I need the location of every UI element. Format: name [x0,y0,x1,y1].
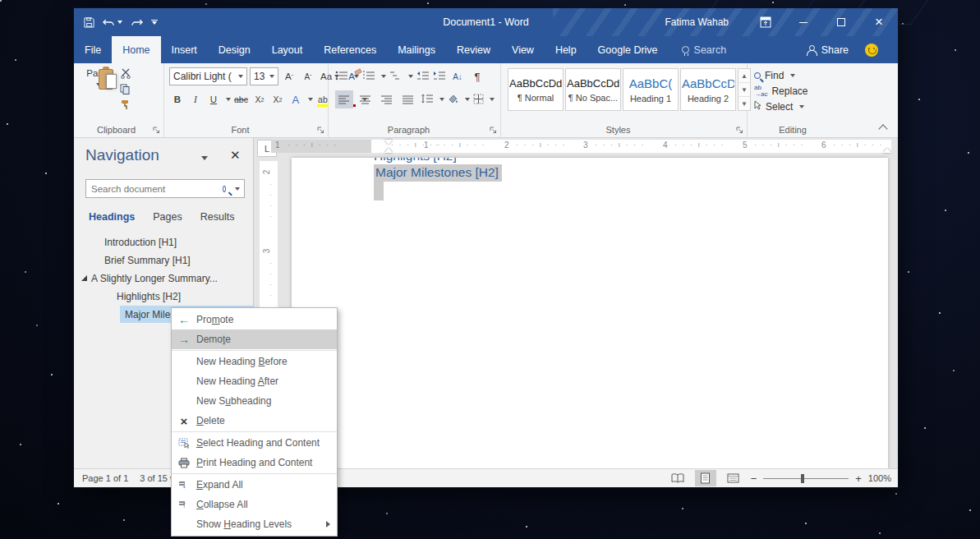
multilevel-list-button[interactable] [389,71,403,82]
bold-button[interactable]: B [169,90,186,108]
borders-button[interactable] [473,94,484,106]
read-mode-button[interactable] [667,470,688,486]
underline-caret[interactable] [226,98,231,101]
menu-item-show-heading-levels[interactable]: Show Heading Levels [172,514,337,534]
subscript-button[interactable]: X2 [251,90,268,108]
styles-dialog-launcher[interactable] [736,127,744,135]
bullets-caret[interactable] [354,75,359,78]
justify-button[interactable] [399,90,417,108]
tab-design[interactable]: Design [208,36,261,63]
style-normal[interactable]: AaBbCcDd ¶ Normal [508,68,564,111]
borders-caret[interactable] [490,98,495,101]
web-layout-button[interactable] [723,470,744,486]
navigation-search-box[interactable] [85,179,245,198]
multilevel-caret[interactable] [408,75,413,78]
menu-item-select-heading-and-content[interactable]: Select Heading and Content [172,433,337,453]
select-button[interactable]: Select [748,99,807,114]
text-effects-button[interactable]: A [288,90,304,108]
line-spacing-caret[interactable] [439,98,444,101]
format-painter-button[interactable] [120,99,131,112]
nav-tab-pages[interactable]: Pages [153,211,182,223]
paste-button[interactable]: Paste [81,68,117,122]
save-button[interactable] [84,17,94,28]
ribbon-display-options-button[interactable] [747,8,784,36]
heading-item-highlights[interactable]: Highlights [H2] [74,288,253,305]
nav-tab-results[interactable]: Results [200,211,235,223]
line-spacing-button[interactable] [421,94,434,105]
replace-button[interactable]: ab→ac Replace [748,83,807,99]
search-magnifier-icon[interactable] [223,186,226,192]
numbering-caret[interactable] [381,75,386,78]
clipboard-dialog-launcher[interactable] [153,127,161,135]
menu-item-demote[interactable]: → Demote [172,329,337,349]
text-effects-caret[interactable] [308,98,313,101]
menu-item-new-heading-after[interactable]: New Heading After [172,371,337,391]
menu-item-new-heading-before[interactable]: New Heading Before [172,352,337,371]
bullets-button[interactable] [335,71,348,82]
tab-help[interactable]: Help [545,36,587,63]
zoom-in-button[interactable]: + [855,472,862,485]
menu-item-collapse-all[interactable]: ↑ Collapse All [172,495,337,514]
copy-button[interactable] [120,84,131,96]
tab-view[interactable]: View [501,36,545,63]
selected-heading-text[interactable]: Major Milestones [H2] [374,164,502,182]
tab-file[interactable]: File [74,36,112,63]
tell-me-search[interactable]: Search [682,36,727,63]
underline-button[interactable]: U [205,90,222,108]
collapse-ribbon-icon[interactable] [878,124,887,133]
minimize-button[interactable] [784,8,822,36]
print-layout-button[interactable] [695,470,716,486]
navigation-close-icon[interactable]: ✕ [230,148,241,163]
heading-item-longer-summary[interactable]: A Slightly Longer Summary... [74,270,253,287]
find-button[interactable]: Find [748,67,807,83]
tab-references[interactable]: References [313,36,387,63]
tab-review[interactable]: Review [446,36,501,63]
document-page[interactable]: Highlights [H2] Major Milestones [H2] [292,158,888,468]
italic-button[interactable]: I [187,90,204,108]
redo-button[interactable] [131,17,143,27]
tab-google-drive[interactable]: Google Drive [587,36,669,63]
collapse-triangle-icon[interactable] [81,275,87,281]
tab-home[interactable]: Home [112,36,160,63]
search-options-caret[interactable] [235,187,240,191]
sort-button[interactable]: A↓ [449,67,466,85]
maximize-button[interactable] [822,8,860,36]
feedback-smiley-icon[interactable] [865,44,878,57]
align-center-button[interactable] [357,90,375,108]
style-no-spacing[interactable]: AaBbCcDd ¶ No Spac... [565,68,621,111]
strikethrough-button[interactable]: abc [232,90,250,108]
heading-item-brief-summary[interactable]: Brief Summary [H1] [74,251,253,269]
style-heading-1[interactable]: AaBbC( Heading 1 [623,68,679,111]
align-right-button[interactable] [378,90,396,108]
numbering-button[interactable] [362,71,375,82]
font-size-combo[interactable]: 13 [250,67,278,85]
tab-mailings[interactable]: Mailings [387,36,446,63]
increase-indent-button[interactable] [433,71,446,82]
undo-button[interactable] [103,17,122,27]
shrink-font-button[interactable]: Aˇ [300,67,316,85]
signed-in-user[interactable]: Fatima Wahab [665,16,729,28]
zoom-out-button[interactable]: − [751,472,757,485]
superscript-button[interactable]: X2 [269,90,286,108]
menu-item-promote[interactable]: ← Promote [172,310,337,329]
style-heading-2[interactable]: AaBbCcD Heading 2 [680,68,736,111]
menu-item-new-subheading[interactable]: New Subheading [172,391,337,411]
font-name-combo[interactable]: Calibri Light ( [169,67,247,85]
menu-item-expand-all[interactable]: ↓ Expand All [172,475,337,495]
align-left-button[interactable] [335,90,353,108]
navigation-options-caret-icon[interactable] [201,156,208,160]
shading-button[interactable] [448,94,459,105]
menu-item-print-heading-and-content[interactable]: Print Heading and Content [172,453,337,472]
show-hide-pilcrow-button[interactable]: ¶ [469,67,485,85]
grow-font-button[interactable]: Aˆ [281,67,297,85]
zoom-slider-thumb[interactable] [801,474,804,483]
menu-item-delete[interactable]: × Delete [172,411,337,431]
share-button[interactable]: Share [807,36,898,63]
heading-item-introduction[interactable]: Introduction [H1] [74,233,253,251]
search-document-input[interactable] [86,184,223,194]
tab-layout[interactable]: Layout [261,36,314,63]
close-button[interactable]: × [860,8,898,36]
paragraph-dialog-launcher[interactable] [490,127,498,135]
nav-tab-headings[interactable]: Headings [89,211,135,223]
shading-caret[interactable] [465,98,470,101]
